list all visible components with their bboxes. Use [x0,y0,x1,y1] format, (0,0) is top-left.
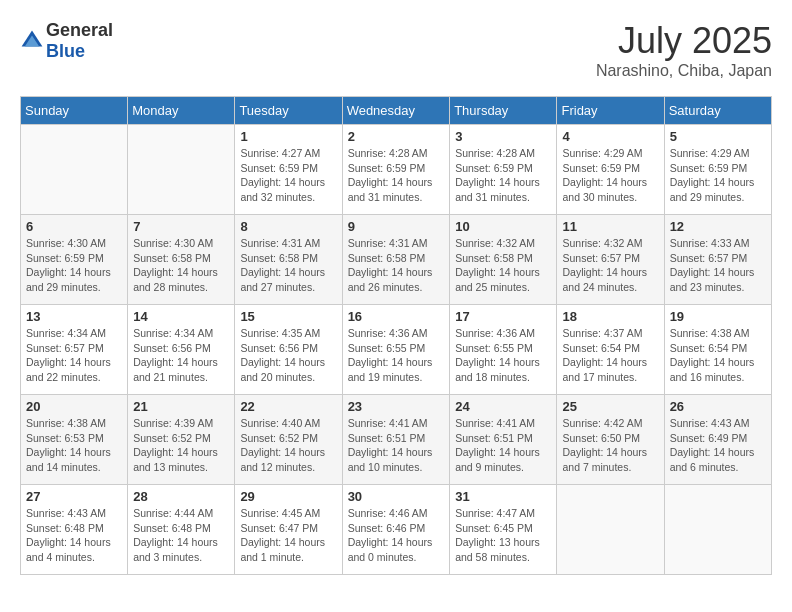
calendar-cell: 24Sunrise: 4:41 AM Sunset: 6:51 PM Dayli… [450,395,557,485]
day-number: 14 [133,309,229,324]
calendar-cell: 7Sunrise: 4:30 AM Sunset: 6:58 PM Daylig… [128,215,235,305]
day-info: Sunrise: 4:30 AM Sunset: 6:58 PM Dayligh… [133,236,229,295]
title-block: July 2025 Narashino, Chiba, Japan [596,20,772,80]
day-number: 5 [670,129,766,144]
calendar-cell: 31Sunrise: 4:47 AM Sunset: 6:45 PM Dayli… [450,485,557,575]
day-info: Sunrise: 4:37 AM Sunset: 6:54 PM Dayligh… [562,326,658,385]
logo: General Blue [20,20,113,62]
calendar-cell: 23Sunrise: 4:41 AM Sunset: 6:51 PM Dayli… [342,395,450,485]
calendar-cell: 26Sunrise: 4:43 AM Sunset: 6:49 PM Dayli… [664,395,771,485]
day-number: 4 [562,129,658,144]
day-info: Sunrise: 4:36 AM Sunset: 6:55 PM Dayligh… [348,326,445,385]
day-info: Sunrise: 4:32 AM Sunset: 6:57 PM Dayligh… [562,236,658,295]
calendar-week-row: 20Sunrise: 4:38 AM Sunset: 6:53 PM Dayli… [21,395,772,485]
calendar-cell: 29Sunrise: 4:45 AM Sunset: 6:47 PM Dayli… [235,485,342,575]
day-number: 12 [670,219,766,234]
day-number: 24 [455,399,551,414]
location-subtitle: Narashino, Chiba, Japan [596,62,772,80]
calendar-cell [21,125,128,215]
calendar-cell: 3Sunrise: 4:28 AM Sunset: 6:59 PM Daylig… [450,125,557,215]
day-info: Sunrise: 4:39 AM Sunset: 6:52 PM Dayligh… [133,416,229,475]
calendar-week-row: 27Sunrise: 4:43 AM Sunset: 6:48 PM Dayli… [21,485,772,575]
day-info: Sunrise: 4:40 AM Sunset: 6:52 PM Dayligh… [240,416,336,475]
day-number: 18 [562,309,658,324]
calendar-cell: 8Sunrise: 4:31 AM Sunset: 6:58 PM Daylig… [235,215,342,305]
logo-text-blue: Blue [46,41,85,61]
day-info: Sunrise: 4:43 AM Sunset: 6:49 PM Dayligh… [670,416,766,475]
logo-text-general: General [46,20,113,40]
day-number: 2 [348,129,445,144]
weekday-header-wednesday: Wednesday [342,97,450,125]
calendar-cell: 25Sunrise: 4:42 AM Sunset: 6:50 PM Dayli… [557,395,664,485]
calendar-table: SundayMondayTuesdayWednesdayThursdayFrid… [20,96,772,575]
calendar-week-row: 1Sunrise: 4:27 AM Sunset: 6:59 PM Daylig… [21,125,772,215]
day-info: Sunrise: 4:31 AM Sunset: 6:58 PM Dayligh… [348,236,445,295]
day-number: 11 [562,219,658,234]
day-info: Sunrise: 4:33 AM Sunset: 6:57 PM Dayligh… [670,236,766,295]
calendar-cell [664,485,771,575]
logo-icon [20,29,44,53]
calendar-cell: 9Sunrise: 4:31 AM Sunset: 6:58 PM Daylig… [342,215,450,305]
weekday-header-sunday: Sunday [21,97,128,125]
calendar-cell: 2Sunrise: 4:28 AM Sunset: 6:59 PM Daylig… [342,125,450,215]
day-number: 9 [348,219,445,234]
day-number: 23 [348,399,445,414]
day-number: 8 [240,219,336,234]
calendar-cell: 11Sunrise: 4:32 AM Sunset: 6:57 PM Dayli… [557,215,664,305]
day-number: 28 [133,489,229,504]
day-info: Sunrise: 4:28 AM Sunset: 6:59 PM Dayligh… [455,146,551,205]
day-info: Sunrise: 4:36 AM Sunset: 6:55 PM Dayligh… [455,326,551,385]
calendar-cell: 14Sunrise: 4:34 AM Sunset: 6:56 PM Dayli… [128,305,235,395]
day-info: Sunrise: 4:45 AM Sunset: 6:47 PM Dayligh… [240,506,336,565]
page-header: General Blue July 2025 Narashino, Chiba,… [20,20,772,80]
day-info: Sunrise: 4:31 AM Sunset: 6:58 PM Dayligh… [240,236,336,295]
day-info: Sunrise: 4:41 AM Sunset: 6:51 PM Dayligh… [455,416,551,475]
weekday-header-tuesday: Tuesday [235,97,342,125]
day-info: Sunrise: 4:35 AM Sunset: 6:56 PM Dayligh… [240,326,336,385]
day-info: Sunrise: 4:42 AM Sunset: 6:50 PM Dayligh… [562,416,658,475]
day-info: Sunrise: 4:34 AM Sunset: 6:56 PM Dayligh… [133,326,229,385]
calendar-cell: 15Sunrise: 4:35 AM Sunset: 6:56 PM Dayli… [235,305,342,395]
calendar-cell: 17Sunrise: 4:36 AM Sunset: 6:55 PM Dayli… [450,305,557,395]
day-number: 21 [133,399,229,414]
calendar-cell: 18Sunrise: 4:37 AM Sunset: 6:54 PM Dayli… [557,305,664,395]
day-number: 25 [562,399,658,414]
day-number: 31 [455,489,551,504]
day-info: Sunrise: 4:32 AM Sunset: 6:58 PM Dayligh… [455,236,551,295]
day-info: Sunrise: 4:27 AM Sunset: 6:59 PM Dayligh… [240,146,336,205]
calendar-cell: 1Sunrise: 4:27 AM Sunset: 6:59 PM Daylig… [235,125,342,215]
day-info: Sunrise: 4:30 AM Sunset: 6:59 PM Dayligh… [26,236,122,295]
calendar-cell: 10Sunrise: 4:32 AM Sunset: 6:58 PM Dayli… [450,215,557,305]
day-number: 26 [670,399,766,414]
day-number: 27 [26,489,122,504]
day-number: 20 [26,399,122,414]
calendar-week-row: 13Sunrise: 4:34 AM Sunset: 6:57 PM Dayli… [21,305,772,395]
weekday-header-row: SundayMondayTuesdayWednesdayThursdayFrid… [21,97,772,125]
weekday-header-thursday: Thursday [450,97,557,125]
weekday-header-saturday: Saturday [664,97,771,125]
day-info: Sunrise: 4:46 AM Sunset: 6:46 PM Dayligh… [348,506,445,565]
day-info: Sunrise: 4:34 AM Sunset: 6:57 PM Dayligh… [26,326,122,385]
day-info: Sunrise: 4:29 AM Sunset: 6:59 PM Dayligh… [670,146,766,205]
calendar-cell: 4Sunrise: 4:29 AM Sunset: 6:59 PM Daylig… [557,125,664,215]
day-number: 1 [240,129,336,144]
calendar-cell [557,485,664,575]
calendar-cell: 22Sunrise: 4:40 AM Sunset: 6:52 PM Dayli… [235,395,342,485]
day-number: 30 [348,489,445,504]
month-year-title: July 2025 [596,20,772,62]
day-number: 19 [670,309,766,324]
day-info: Sunrise: 4:47 AM Sunset: 6:45 PM Dayligh… [455,506,551,565]
day-info: Sunrise: 4:43 AM Sunset: 6:48 PM Dayligh… [26,506,122,565]
calendar-cell: 6Sunrise: 4:30 AM Sunset: 6:59 PM Daylig… [21,215,128,305]
day-number: 22 [240,399,336,414]
day-info: Sunrise: 4:41 AM Sunset: 6:51 PM Dayligh… [348,416,445,475]
weekday-header-monday: Monday [128,97,235,125]
calendar-cell: 16Sunrise: 4:36 AM Sunset: 6:55 PM Dayli… [342,305,450,395]
day-info: Sunrise: 4:38 AM Sunset: 6:53 PM Dayligh… [26,416,122,475]
calendar-cell: 12Sunrise: 4:33 AM Sunset: 6:57 PM Dayli… [664,215,771,305]
calendar-cell: 30Sunrise: 4:46 AM Sunset: 6:46 PM Dayli… [342,485,450,575]
calendar-cell: 20Sunrise: 4:38 AM Sunset: 6:53 PM Dayli… [21,395,128,485]
calendar-cell: 13Sunrise: 4:34 AM Sunset: 6:57 PM Dayli… [21,305,128,395]
day-number: 7 [133,219,229,234]
day-number: 15 [240,309,336,324]
